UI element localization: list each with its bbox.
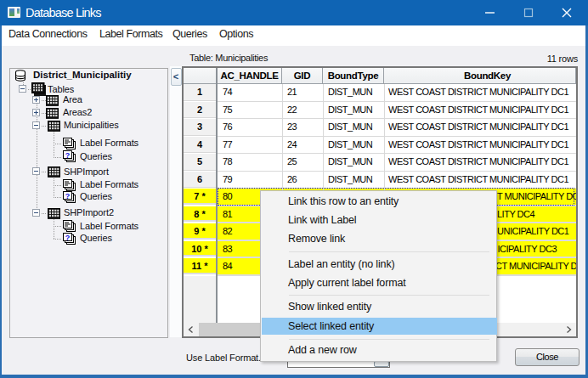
svg-text:?: ? xyxy=(65,191,71,200)
svg-text:?: ? xyxy=(65,151,71,160)
svg-text:?: ? xyxy=(65,233,71,241)
